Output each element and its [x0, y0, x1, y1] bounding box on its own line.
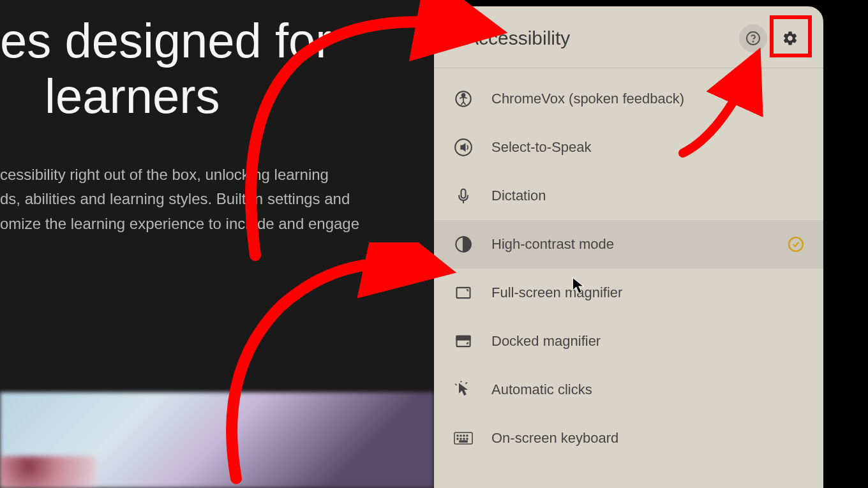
gear-icon: [782, 30, 798, 47]
svg-rect-11: [457, 336, 470, 340]
item-label: On-screen keyboard: [491, 430, 804, 447]
panel-header: Accessibility: [434, 6, 823, 68]
svg-point-8: [789, 237, 803, 251]
checkmark-icon: [788, 236, 804, 253]
mic-icon: [453, 186, 474, 206]
image-detail: [0, 456, 96, 488]
background-content: es designed for learners cessibility rig…: [0, 0, 434, 488]
svg-point-17: [457, 438, 458, 440]
list-item-chromevox[interactable]: ChromeVox (spoken feedback): [434, 75, 823, 123]
svg-point-3: [462, 94, 465, 97]
item-label: High-contrast mode: [491, 236, 788, 253]
svg-point-1: [753, 41, 754, 42]
page-heading: es designed for learners: [0, 13, 434, 124]
list-item-docked-magnifier[interactable]: Docked magnifier: [434, 317, 823, 366]
docked-icon: [453, 331, 474, 351]
list-item-dictation[interactable]: Dictation: [434, 172, 823, 220]
svg-rect-21: [460, 441, 467, 442]
item-label: ChromeVox (spoken feedback): [491, 91, 804, 107]
speak-icon: [453, 137, 474, 158]
accessibility-icon: [453, 89, 474, 109]
item-label: Select-to-Speak: [491, 139, 804, 156]
header-icon-group: [739, 24, 804, 52]
item-label: Docked magnifier: [491, 333, 804, 350]
item-label: Dictation: [491, 188, 804, 204]
accessibility-list: ChromeVox (spoken feedback) Select-to-Sp…: [434, 68, 823, 451]
list-item-automatic-clicks[interactable]: Automatic clicks: [434, 366, 823, 414]
svg-point-15: [463, 435, 465, 436]
list-item-high-contrast[interactable]: High-contrast mode: [434, 220, 823, 269]
settings-button[interactable]: [776, 24, 804, 52]
autoclick-icon: [453, 380, 474, 400]
help-icon: [745, 31, 761, 46]
item-label: Automatic clicks: [491, 381, 804, 398]
item-label: Full-screen magnifier: [491, 285, 804, 301]
background-image-area: [0, 392, 434, 488]
svg-point-16: [467, 435, 468, 436]
svg-point-14: [460, 435, 461, 436]
page-body-text: cessibility right out of the box, unlock…: [0, 163, 434, 236]
keyboard-icon: [453, 428, 474, 448]
list-item-full-screen-magnifier[interactable]: Full-screen magnifier: [434, 269, 823, 317]
svg-point-13: [457, 435, 458, 436]
accessibility-panel: Accessibility: [434, 6, 823, 488]
help-button[interactable]: [739, 24, 767, 52]
list-item-on-screen-keyboard[interactable]: On-screen keyboard: [434, 414, 823, 451]
contrast-icon: [453, 234, 474, 255]
svg-point-18: [460, 438, 461, 440]
right-black-edge: [823, 0, 868, 488]
svg-rect-9: [457, 288, 470, 298]
list-item-select-to-speak[interactable]: Select-to-Speak: [434, 123, 823, 172]
svg-point-19: [463, 438, 465, 440]
panel-title: Accessibility: [466, 27, 570, 49]
heading-line-1: es designed for: [0, 13, 434, 68]
svg-rect-5: [461, 189, 466, 198]
fullscreen-icon: [453, 283, 474, 303]
svg-point-20: [467, 438, 468, 440]
heading-line-2: learners: [0, 68, 434, 124]
